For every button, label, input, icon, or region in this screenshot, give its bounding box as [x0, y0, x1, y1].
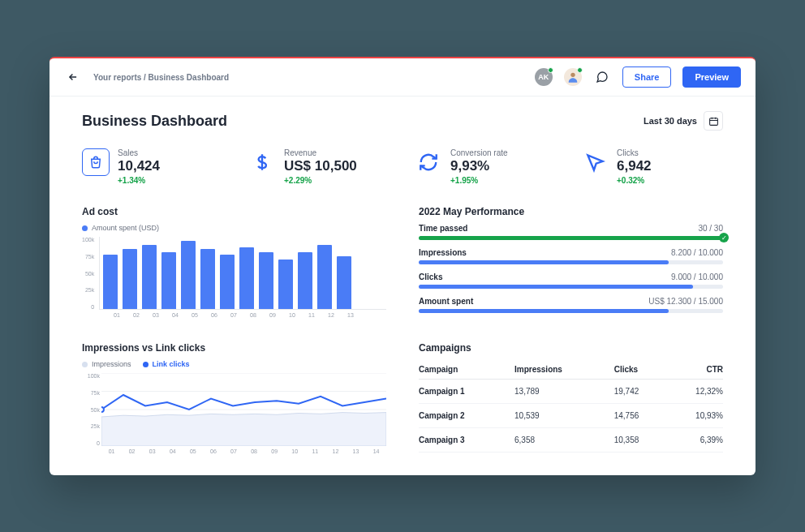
panel-impressions-vs-clicks: Impressions vs Link clicks Impressions L…: [82, 342, 386, 454]
progress-row: Time passed30 / 30✓: [419, 224, 723, 240]
bar: [181, 241, 196, 309]
progress-label: Amount spent: [419, 297, 473, 306]
kpi-value: US$ 10,500: [284, 158, 357, 174]
progress-value: 30 / 30: [698, 224, 723, 233]
progress-label: Time passed: [419, 224, 467, 233]
panel-ad-cost: Ad cost Amount spent (USD) 100k75k50k25k…: [82, 206, 386, 321]
kpi-conversion: Conversion rate 9,93% +1.95%: [415, 148, 557, 185]
col-campaign: Campaign: [419, 360, 514, 380]
legend-label: Link clicks: [153, 360, 190, 368]
kpi-label: Sales: [118, 148, 160, 157]
kpi-delta: +2.29%: [284, 176, 357, 185]
table-row[interactable]: Campaign 210,53914,75610,93%: [419, 404, 723, 428]
person-icon: [566, 71, 579, 84]
kpi-clicks: Clicks 6,942 +0.32%: [581, 148, 723, 185]
avatar-user[interactable]: [564, 68, 582, 86]
kpi-delta: +1.95%: [450, 176, 508, 185]
preview-button[interactable]: Preview: [682, 66, 741, 88]
bar: [239, 247, 254, 309]
bar: [298, 252, 312, 309]
col-impressions: Impressions: [514, 360, 614, 380]
bar: [142, 245, 157, 309]
kpi-value: 9,93%: [450, 158, 508, 174]
panel-performance: 2022 May Performance Time passed30 / 30✓…: [419, 206, 723, 321]
panel-campaigns: Campaigns Campaign Impressions Clicks CT…: [419, 342, 723, 454]
bar: [220, 255, 235, 310]
kpi-label: Conversion rate: [450, 148, 508, 157]
progress-row: Clicks9.000 / 10.000: [419, 272, 723, 289]
svg-point-7: [101, 407, 104, 412]
legend-label: Amount spent (USD): [92, 224, 159, 232]
date-range-picker[interactable]: Last 30 days: [644, 111, 723, 131]
progress-value: 9.000 / 10.000: [671, 272, 723, 281]
avatar-ak[interactable]: AK: [535, 68, 553, 86]
col-ctr: CTR: [665, 360, 723, 380]
table-row[interactable]: Campaign 36,35810,3586,39%: [419, 428, 723, 453]
progress-value: 8.200 / 10.000: [671, 248, 723, 257]
bar: [123, 249, 137, 309]
date-range-label: Last 30 days: [644, 116, 697, 126]
bar: [161, 252, 176, 309]
comments-button[interactable]: [593, 68, 611, 86]
bar: [337, 256, 351, 309]
bar: [317, 245, 332, 309]
svg-point-0: [570, 73, 575, 77]
dollar-icon: [248, 148, 276, 176]
calendar-icon: [704, 111, 723, 131]
svg-rect-1: [709, 118, 717, 125]
legend-label: Impressions: [92, 360, 131, 368]
kpi-delta: +1.34%: [118, 176, 160, 185]
page-title: Business Dashboard: [82, 113, 227, 130]
panel-title: Ad cost: [82, 206, 386, 217]
back-button[interactable]: [64, 68, 82, 86]
progress-label: Clicks: [419, 272, 442, 281]
bag-icon: [82, 148, 110, 176]
progress-value: US$ 12.300 / 15.000: [648, 297, 723, 306]
kpi-label: Clicks: [617, 148, 652, 157]
progress-row: Impressions8.200 / 10.000: [419, 248, 723, 264]
panel-title: Campaigns: [419, 342, 723, 354]
impressions-clicks-chart: 100k75k50k25k0 0102030405060708091011121…: [82, 373, 386, 454]
kpi-row: Sales 10,424 +1.34% Revenue US$ 10,500 +…: [82, 148, 723, 185]
check-icon: ✓: [719, 233, 729, 242]
chat-icon: [596, 71, 609, 84]
kpi-revenue: Revenue US$ 10,500 +2.29%: [248, 148, 390, 185]
panel-title: Impressions vs Link clicks: [82, 342, 386, 354]
progress-row: Amount spentUS$ 12.300 / 15.000: [419, 297, 723, 313]
progress-label: Impressions: [419, 248, 467, 257]
kpi-delta: +0.32%: [617, 176, 652, 185]
title-bar: Business Dashboard Last 30 days: [82, 111, 723, 131]
content: Business Dashboard Last 30 days Sales 10…: [50, 97, 755, 475]
ad-cost-chart: 100k75k50k25k0: [82, 237, 386, 310]
bar: [259, 252, 273, 309]
col-clicks: Clicks: [614, 360, 666, 380]
dashboard-window: Your reports / Business Dashboard AK Sha…: [50, 57, 755, 475]
breadcrumb[interactable]: Your reports / Business Dashboard: [93, 73, 229, 82]
cursor-icon: [581, 148, 609, 176]
kpi-label: Revenue: [284, 148, 357, 157]
refresh-icon: [415, 148, 442, 176]
topbar: Your reports / Business Dashboard AK Sha…: [50, 58, 755, 97]
kpi-value: 10,424: [118, 158, 160, 174]
arrow-left-icon: [67, 71, 79, 83]
bar: [200, 249, 215, 309]
table-row[interactable]: Campaign 113,78919,74212,32%: [419, 380, 723, 404]
bar: [278, 260, 293, 309]
kpi-value: 6,942: [617, 158, 652, 174]
share-button[interactable]: Share: [622, 66, 672, 88]
bar: [103, 255, 118, 310]
campaigns-table: Campaign Impressions Clicks CTR Campaign…: [419, 360, 723, 453]
panel-title: 2022 May Performance: [419, 206, 723, 217]
kpi-sales: Sales 10,424 +1.34%: [82, 148, 224, 185]
